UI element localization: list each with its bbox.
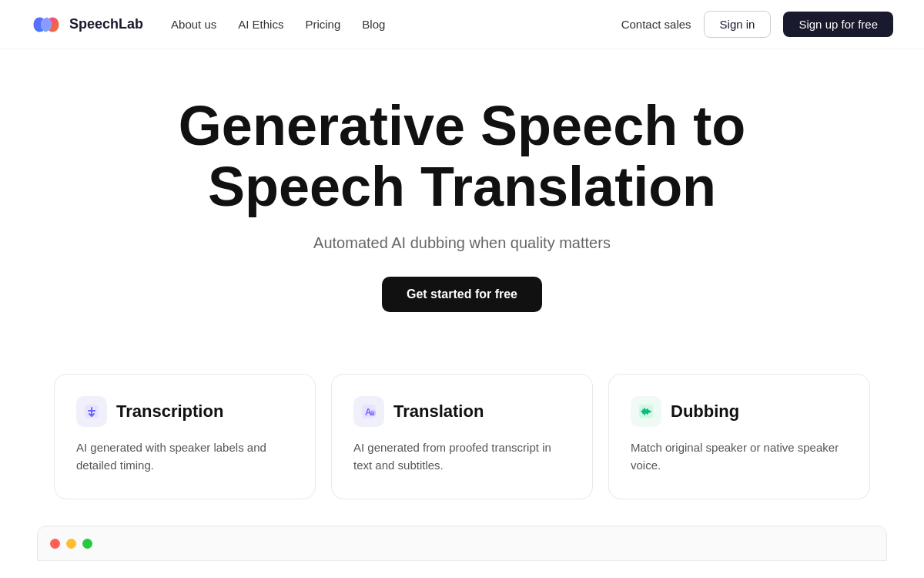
browser-dot-green bbox=[82, 539, 92, 549]
browser-dot-red bbox=[50, 539, 60, 549]
contact-sales-link[interactable]: Contact sales bbox=[621, 18, 691, 31]
hero-title: Generative Speech to Speech Translation bbox=[116, 96, 808, 217]
logo-icon bbox=[31, 14, 62, 35]
signin-button[interactable]: Sign in bbox=[704, 11, 772, 38]
transcription-title: Transcription bbox=[116, 402, 223, 422]
hero-section: Generative Speech to Speech Translation … bbox=[0, 49, 924, 343]
feature-header-translation: A a Translation bbox=[353, 396, 571, 427]
feature-header-transcription: Transcription bbox=[76, 396, 293, 427]
translation-icon: A a bbox=[353, 396, 384, 427]
nav-link-ai-ethics[interactable]: AI Ethics bbox=[238, 18, 283, 31]
browser-dot-yellow bbox=[66, 539, 76, 549]
logo[interactable]: SpeechLab bbox=[31, 14, 143, 35]
nav-links: About us AI Ethics Pricing Blog bbox=[171, 18, 385, 31]
logo-text: SpeechLab bbox=[69, 16, 143, 32]
feature-card-translation: A a Translation AI generated from proofe… bbox=[331, 374, 593, 499]
navbar: SpeechLab About us AI Ethics Pricing Blo… bbox=[0, 0, 924, 49]
transcription-desc: AI generated with speaker labels and det… bbox=[76, 439, 293, 474]
dubbing-desc: Match original speaker or native speaker… bbox=[631, 439, 848, 474]
translation-title: Translation bbox=[393, 402, 484, 422]
nav-left: SpeechLab About us AI Ethics Pricing Blo… bbox=[31, 14, 385, 35]
nav-link-blog[interactable]: Blog bbox=[362, 18, 385, 31]
nav-right: Contact sales Sign in Sign up for free bbox=[621, 11, 893, 38]
feature-header-dubbing: Dubbing bbox=[631, 396, 848, 427]
dubbing-title: Dubbing bbox=[671, 402, 739, 422]
nav-link-about[interactable]: About us bbox=[171, 18, 216, 31]
signup-button[interactable]: Sign up for free bbox=[783, 12, 893, 37]
browser-mockup bbox=[37, 526, 887, 561]
transcription-icon bbox=[76, 396, 107, 427]
nav-link-pricing[interactable]: Pricing bbox=[305, 18, 340, 31]
feature-card-transcription: Transcription AI generated with speaker … bbox=[54, 374, 316, 499]
translation-desc: AI generated from proofed transcript in … bbox=[353, 439, 571, 474]
dubbing-icon bbox=[631, 396, 661, 427]
cta-button[interactable]: Get started for free bbox=[382, 277, 542, 312]
hero-subtitle: Automated AI dubbing when quality matter… bbox=[31, 234, 893, 252]
features-section: Transcription AI generated with speaker … bbox=[0, 343, 924, 518]
feature-card-dubbing: Dubbing Match original speaker or native… bbox=[608, 374, 870, 499]
